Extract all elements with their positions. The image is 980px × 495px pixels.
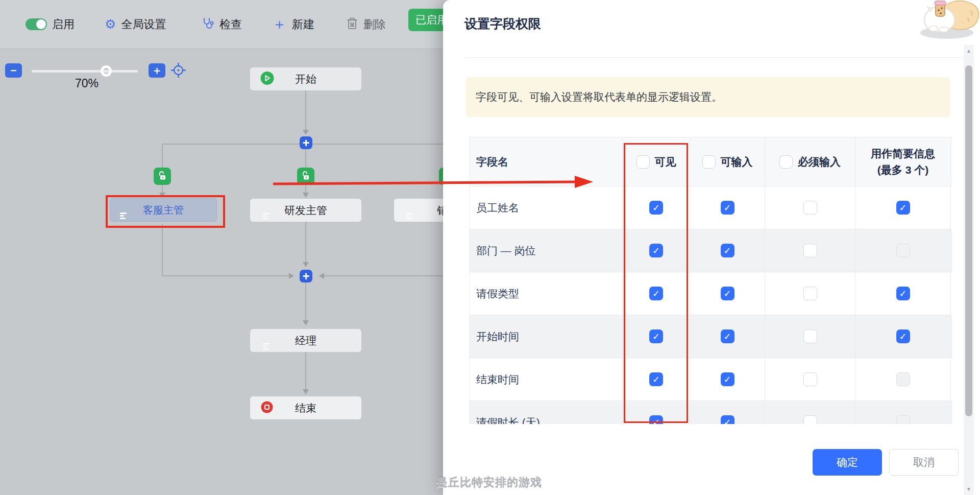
zoom-out-button[interactable]: − [5,63,22,78]
zoom-in-button[interactable]: ＋ [149,63,165,78]
checkbox-required[interactable] [803,287,817,300]
field-permission-dialog: 设置字段权限 字段可见、可输入设置将取代表单的显示逻辑设置。 字段名 可见 可输… [443,0,980,495]
flow-edge [305,352,306,391]
checkbox-cell [690,315,765,358]
unlock-icon[interactable] [297,168,314,185]
flow-edge [305,222,306,264]
delete-button[interactable]: 删除 [346,0,386,49]
checkbox-editable[interactable] [721,329,734,343]
checkbox-cell [765,186,855,229]
flow-edge [305,282,306,322]
node-label: 经理 [295,334,316,348]
table-row: 请假类型 [470,272,952,315]
zoom-slider-thumb[interactable] [101,65,112,77]
flow-arrowhead [303,320,309,325]
enable-toggle-group[interactable]: 启用 [26,0,75,49]
flow-arrowhead [303,193,309,198]
global-settings-button[interactable]: ⚙ 全局设置 [105,0,166,49]
header-brief-line2: (最多 3 个) [877,162,928,178]
header-checkbox-required[interactable] [779,155,793,169]
flow-arrowhead [303,262,309,267]
cat-sticker [910,0,980,43]
flow-edge [162,275,292,276]
checkbox-required[interactable] [803,201,817,215]
enable-toggle[interactable] [26,18,47,30]
checkbox-brief [896,372,910,386]
header-checkbox-editable[interactable] [702,155,716,169]
table-row: 结束时间 [470,358,952,401]
node-end[interactable]: 结束 [250,396,361,419]
checkbox-cell [855,315,951,358]
scroll-down-icon[interactable]: ▼ [964,486,974,492]
checkbox-editable[interactable] [721,372,734,386]
field-name: 请假类型 [470,272,623,315]
zoom-slider-track[interactable] [32,70,138,73]
header-field-name: 字段名 [470,137,623,186]
inspect-button[interactable]: 检查 [201,0,242,49]
annotation-column-highlight [624,143,688,423]
field-name: 请假时长 (天) [470,401,623,424]
checkbox-cell [690,272,765,315]
delete-label: 删除 [363,17,386,32]
checkbox-cell [855,358,951,401]
gear-icon: ⚙ [105,18,116,31]
field-name: 部门 — 岗位 [470,229,623,272]
node-rnd-supervisor[interactable]: 研发主管 [250,199,361,222]
header-brief-line1: 用作简要信息 [871,146,935,162]
stop-icon [261,401,273,415]
scrollbar-thumb[interactable] [965,65,972,416]
checkbox-cell [690,358,765,401]
inspect-label: 检查 [219,17,242,32]
checkbox-cell [855,229,951,272]
global-settings-label: 全局设置 [121,17,166,32]
notice-banner: 字段可见、可输入设置将取代表单的显示逻辑设置。 [465,77,950,117]
field-name: 员工姓名 [470,186,623,229]
checkbox-cell [690,229,765,272]
scroll-up-icon[interactable]: ▲ [964,48,974,54]
checkbox-cell [765,229,855,272]
flow-edge [162,144,163,168]
checkbox-editable[interactable] [721,287,734,300]
checkbox-editable[interactable] [721,415,734,424]
table-row: 员工姓名 [470,186,952,229]
checkbox-brief[interactable] [896,201,910,215]
node-start[interactable]: 开始 [250,67,361,90]
checkbox-required[interactable] [803,244,817,257]
checkbox-brief [896,415,910,424]
add-branch-button[interactable]: + [300,136,312,149]
header-required-label: 必须输入 [798,155,841,169]
field-table-body: 员工姓名部门 — 岗位请假类型开始时间结束时间请假时长 (天) [470,186,952,424]
header-brief: 用作简要信息 (最多 3 个) [855,137,951,186]
play-icon [260,71,274,87]
flow-arrowhead [303,130,309,135]
flow-arrowhead [303,389,309,394]
checkbox-cell [765,315,855,358]
new-button[interactable]: ＋ 新建 [272,0,314,49]
checkbox-brief[interactable] [896,329,910,343]
unlock-icon[interactable] [154,168,171,185]
checkbox-brief[interactable] [896,287,910,300]
checkbox-editable[interactable] [721,201,734,215]
enable-label: 启用 [52,17,75,32]
cancel-button[interactable]: 取消 [889,449,959,476]
flow-edge [305,90,306,132]
divider [464,57,968,58]
checkbox-cell [690,401,765,424]
plus-icon: ＋ [272,17,287,32]
checkbox-required[interactable] [803,329,817,343]
checkbox-editable[interactable] [721,244,734,257]
header-required: 必须输入 [765,137,855,186]
add-branch-button[interactable]: + [300,270,312,282]
node-label: 研发主管 [284,203,327,218]
header-editable: 可输入 [690,137,765,186]
field-name: 开始时间 [470,315,623,358]
checkbox-required[interactable] [803,372,817,386]
node-end-label: 结束 [295,401,316,415]
table-header-row: 字段名 可见 可输入 必须输入 用作简要信息 (最多 3 个) [470,137,952,186]
checkbox-brief [896,244,910,257]
checkbox-required[interactable] [803,415,817,424]
confirm-button[interactable]: 确定 [813,449,882,476]
fit-view-icon[interactable] [170,62,186,80]
node-manager[interactable]: 经理 [250,329,361,352]
scrollbar[interactable]: ▲ ▼ [964,45,974,495]
